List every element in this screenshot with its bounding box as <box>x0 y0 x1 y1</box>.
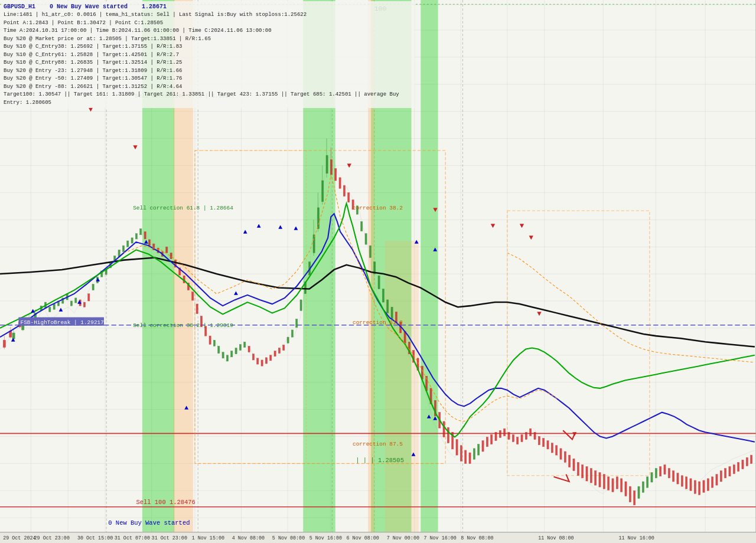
svg-text:30 Oct 15:00: 30 Oct 15:00 <box>77 535 113 541</box>
info-line-9: Buy %20 @ Entry -50: 1.27409 | Target:1.… <box>4 75 412 83</box>
svg-rect-223 <box>681 476 683 486</box>
svg-rect-122 <box>265 358 267 364</box>
svg-rect-109 <box>209 336 211 344</box>
svg-text:31 Oct 23:00: 31 Oct 23:00 <box>152 535 187 541</box>
svg-rect-238 <box>746 457 748 466</box>
svg-rect-169 <box>447 427 449 443</box>
svg-text:▲: ▲ <box>144 238 148 246</box>
info-line-7: Buy %10 @ C_Entry88: 1.26835 | Target:1.… <box>4 59 412 67</box>
svg-rect-80 <box>83 302 85 307</box>
svg-text:▲: ▲ <box>77 299 82 306</box>
svg-text:correction 87.5: correction 87.5 <box>353 441 403 447</box>
symbol-label: GBPUSD_H1 <box>4 4 35 10</box>
svg-rect-220 <box>668 469 670 478</box>
svg-rect-81 <box>88 294 90 301</box>
svg-text:▼: ▼ <box>133 143 138 152</box>
svg-rect-180 <box>495 432 497 440</box>
svg-text:▼: ▼ <box>433 206 438 214</box>
svg-text:▲: ▲ <box>234 290 238 297</box>
svg-rect-143 <box>335 169 337 181</box>
svg-text:▼: ▼ <box>520 222 524 230</box>
svg-rect-215 <box>647 477 649 488</box>
svg-rect-201 <box>586 466 588 480</box>
svg-text:1 Nov 15:00: 1 Nov 15:00 <box>192 535 224 541</box>
svg-text:29 Oct 23:00: 29 Oct 23:00 <box>34 535 70 541</box>
svg-rect-230 <box>712 477 713 488</box>
svg-text:11 Nov 08:00: 11 Nov 08:00 <box>538 535 573 541</box>
svg-text:8 Nov 08:00: 8 Nov 08:00 <box>461 535 493 541</box>
svg-rect-207 <box>612 479 614 492</box>
svg-rect-90 <box>127 241 129 247</box>
svg-text:▼: ▼ <box>491 222 496 230</box>
svg-text:5 Nov 00:00: 5 Nov 00:00 <box>272 535 305 541</box>
svg-rect-237 <box>742 460 744 469</box>
info-line-1: Line:1481 | h1_atr_c0: 0.0016 | tema_h1_… <box>4 11 412 19</box>
svg-rect-229 <box>707 479 709 490</box>
svg-rect-155 <box>387 300 389 313</box>
svg-rect-190 <box>538 436 540 444</box>
svg-rect-193 <box>551 443 553 453</box>
svg-rect-150 <box>365 234 367 244</box>
info-panel: GBPUSD_H1 0 New Buy Wave started 1.28671… <box>1 1 415 108</box>
svg-rect-182 <box>504 428 506 436</box>
svg-text:▲: ▲ <box>257 223 261 230</box>
svg-rect-146 <box>348 192 350 202</box>
svg-rect-120 <box>257 358 259 364</box>
svg-rect-191 <box>543 439 545 447</box>
svg-rect-151 <box>369 246 371 257</box>
svg-text:FSB-HighToBreak | 1.29217: FSB-HighToBreak | 1.29217 <box>21 319 104 326</box>
svg-rect-213 <box>638 486 640 498</box>
svg-rect-135 <box>317 208 319 229</box>
info-line-5: Buy %10 @ C_Entry38: 1.25692 | Target:1.… <box>4 43 412 51</box>
svg-text:▲: ▲ <box>433 246 437 253</box>
svg-text:▲: ▲ <box>412 451 416 458</box>
info-line-4: Buy %20 @ Market price or at: 1.28505 | … <box>4 35 412 44</box>
svg-rect-118 <box>248 346 250 352</box>
svg-rect-221 <box>673 471 674 482</box>
svg-rect-206 <box>608 477 610 490</box>
svg-rect-175 <box>473 449 475 459</box>
svg-text:▼: ▼ <box>347 162 352 170</box>
svg-text:▼: ▼ <box>529 234 534 242</box>
svg-rect-178 <box>486 437 488 446</box>
svg-rect-224 <box>686 477 687 489</box>
svg-text:▲: ▲ <box>184 404 188 411</box>
svg-rect-126 <box>283 345 285 350</box>
svg-rect-231 <box>716 475 718 485</box>
svg-rect-181 <box>499 430 501 437</box>
svg-rect-208 <box>616 477 618 489</box>
svg-text:▲: ▲ <box>243 228 247 235</box>
svg-rect-172 <box>460 446 462 462</box>
svg-text:11 Nov 16:00: 11 Nov 16:00 <box>618 535 654 541</box>
svg-rect-100 <box>170 253 172 259</box>
svg-rect-204 <box>599 473 601 487</box>
svg-rect-119 <box>252 354 254 360</box>
svg-rect-214 <box>642 482 644 492</box>
svg-text:correction 61.8: correction 61.8 <box>353 319 403 326</box>
info-line-8: Buy %20 @ Entry -23: 1.27948 | Target:1.… <box>4 67 412 76</box>
svg-rect-77 <box>70 301 72 306</box>
svg-text:correction 38.2: correction 38.2 <box>353 205 403 211</box>
svg-rect-187 <box>525 432 527 439</box>
svg-text:31 Oct 07:00: 31 Oct 07:00 <box>115 535 150 541</box>
svg-rect-176 <box>478 444 480 455</box>
svg-rect-173 <box>465 450 467 463</box>
svg-rect-129 <box>296 319 298 328</box>
svg-rect-141 <box>330 159 332 174</box>
svg-text:▲: ▲ <box>427 413 431 420</box>
svg-rect-185 <box>517 437 519 444</box>
svg-rect-174 <box>469 453 471 463</box>
svg-rect-149 <box>361 221 363 231</box>
svg-text:4 Nov 08:00: 4 Nov 08:00 <box>232 535 265 541</box>
chart-container: MARKET21TRADE <box>0 0 756 543</box>
svg-rect-210 <box>625 482 627 496</box>
svg-rect-144 <box>339 178 341 188</box>
svg-rect-95 <box>148 240 150 246</box>
svg-rect-168 <box>443 421 445 437</box>
svg-rect-195 <box>560 449 562 459</box>
svg-rect-196 <box>564 452 566 462</box>
svg-rect-235 <box>733 465 735 473</box>
svg-text:29 Oct 2024: 29 Oct 2024 <box>3 535 35 541</box>
svg-rect-125 <box>278 348 280 354</box>
svg-rect-128 <box>291 330 293 337</box>
